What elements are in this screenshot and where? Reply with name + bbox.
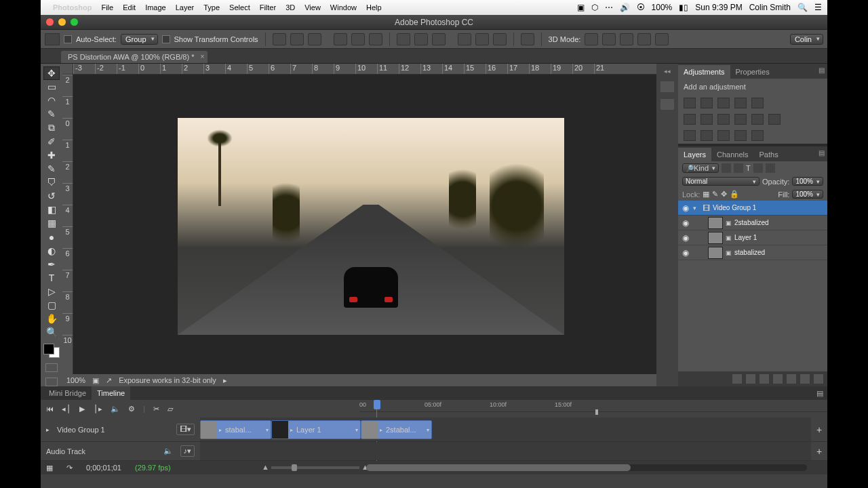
playhead[interactable]: [374, 400, 380, 409]
menu-type[interactable]: Type: [203, 3, 220, 12]
add-mask-icon[interactable]: [760, 374, 769, 384]
filter-type-icon[interactable]: T: [746, 164, 751, 172]
brightness-icon[interactable]: [684, 98, 696, 108]
clip[interactable]: ▸2stabal...▾: [361, 420, 432, 439]
autoselect-checkbox[interactable]: [64, 35, 72, 43]
battery-percent[interactable]: 100%: [652, 3, 673, 12]
distribute-3-icon[interactable]: [432, 33, 446, 45]
selective-icon[interactable]: [751, 130, 764, 141]
exposure-icon[interactable]: [734, 98, 747, 108]
zoom-tool[interactable]: 🔍: [43, 325, 60, 339]
vibrance-icon[interactable]: [751, 98, 764, 108]
document-tab[interactable]: PS Distortion AWA @ 100% (RGB/8) * ×: [61, 51, 208, 63]
visibility-icon[interactable]: ◉: [681, 203, 690, 213]
layer-fx-icon[interactable]: [746, 374, 755, 384]
new-adj-layer-icon[interactable]: [773, 374, 783, 384]
next-frame-icon[interactable]: ⎪▸: [93, 405, 102, 413]
menu-3d[interactable]: 3D: [285, 3, 295, 12]
clip[interactable]: ▸stabal...▾: [200, 420, 271, 439]
menu-image[interactable]: Image: [145, 3, 166, 12]
prev-frame-icon[interactable]: ◂⎪: [62, 405, 71, 413]
timeline-menu-icon[interactable]: ▤: [816, 389, 823, 398]
colorlookup-icon[interactable]: [768, 114, 781, 125]
gradient-tool[interactable]: ▦: [43, 216, 60, 230]
frame-convert-icon[interactable]: ▦: [46, 464, 53, 472]
transition-icon[interactable]: ▱: [167, 405, 173, 413]
transform-checkbox[interactable]: [162, 35, 170, 43]
tab-mini-bridge[interactable]: Mini Bridge: [43, 386, 92, 400]
pen-tool[interactable]: ✒: [43, 258, 60, 271]
minimize-button[interactable]: [58, 18, 66, 26]
align-left-icon[interactable]: [273, 33, 286, 45]
filter-kind[interactable]: 🔎Kind: [682, 163, 719, 173]
layer-row[interactable]: ◉ ▣ Layer 1: [678, 230, 827, 245]
filter-smart-icon[interactable]: [766, 163, 775, 173]
filter-adj-icon[interactable]: [734, 163, 743, 173]
align-center-v-icon[interactable]: [351, 33, 365, 45]
autoselect-dropdown[interactable]: Group: [121, 34, 158, 45]
dock-arrow-icon[interactable]: ◂◂: [664, 68, 671, 75]
quick-select-tool[interactable]: ✎: [43, 107, 60, 121]
spotlight-icon[interactable]: 🔍: [797, 3, 808, 12]
overflow-icon[interactable]: ⋯: [605, 3, 613, 12]
lock-image-icon[interactable]: ✎: [712, 190, 718, 199]
screen-record-icon[interactable]: ▣: [577, 3, 585, 12]
menu-filter[interactable]: Filter: [260, 3, 276, 12]
gradientmap-icon[interactable]: [734, 130, 747, 141]
eraser-tool[interactable]: ◧: [43, 203, 60, 216]
clone-stamp-tool[interactable]: ⛉: [43, 176, 60, 189]
mute-icon[interactable]: 🔈: [111, 405, 120, 413]
levels-icon[interactable]: [701, 98, 713, 108]
tab-layers[interactable]: Layers: [678, 148, 711, 161]
status-icon[interactable]: ▣: [92, 376, 99, 385]
lock-position-icon[interactable]: ✥: [721, 190, 727, 199]
render-icon[interactable]: ↷: [66, 464, 73, 472]
distribute-1-icon[interactable]: [397, 33, 410, 45]
channelmixer-icon[interactable]: [751, 114, 764, 125]
ruler-horizontal[interactable]: -3-2-10123456789101112131415161718192021: [73, 64, 656, 75]
visibility-icon[interactable]: ◉: [681, 233, 690, 243]
rectangle-tool[interactable]: ▢: [43, 298, 60, 312]
ruler-vertical[interactable]: 21012345678910: [62, 75, 73, 386]
timeline-scrollbar[interactable]: [366, 464, 807, 471]
history-panel-icon[interactable]: [660, 81, 674, 92]
user-name[interactable]: Colin Smith: [749, 3, 791, 12]
document-canvas[interactable]: [178, 118, 564, 335]
track-disclosure-icon[interactable]: ▸: [46, 426, 53, 433]
visibility-icon[interactable]: ◉: [681, 218, 690, 228]
menu-view[interactable]: View: [304, 3, 321, 12]
history-brush-tool[interactable]: ↺: [43, 189, 60, 203]
3d-orbit-icon[interactable]: [585, 33, 598, 45]
clip[interactable]: ▸Layer 1▾: [271, 420, 361, 439]
filter-pixel-icon[interactable]: [722, 163, 731, 173]
close-button[interactable]: [46, 18, 54, 26]
wifi-icon[interactable]: ⦿: [637, 3, 645, 12]
status-arrow-icon[interactable]: ↗: [106, 376, 112, 385]
hue-icon[interactable]: [684, 114, 696, 125]
zoom-button[interactable]: [71, 18, 78, 26]
opacity-value[interactable]: 100%: [792, 177, 823, 186]
lasso-tool[interactable]: ◠: [43, 94, 60, 107]
align-top-icon[interactable]: [334, 33, 347, 45]
blend-mode[interactable]: Normal: [682, 177, 760, 186]
add-media-icon[interactable]: +: [811, 418, 827, 441]
timeline-zoom-slider[interactable]: ▲▲: [271, 466, 359, 469]
work-area-end[interactable]: [595, 409, 598, 415]
3d-slide-icon[interactable]: [637, 33, 651, 45]
eyedropper-tool[interactable]: ✐: [43, 135, 60, 148]
distribute-4-icon[interactable]: [458, 33, 471, 45]
menu-select[interactable]: Select: [229, 3, 250, 12]
time-ruler[interactable]: 00 05:00f 10:00f 15:00f: [359, 400, 827, 412]
distribute-6-icon[interactable]: [493, 33, 507, 45]
brush-tool[interactable]: ✎: [43, 162, 60, 176]
go-start-icon[interactable]: ⏮: [46, 405, 54, 413]
menu-layer[interactable]: Layer: [176, 3, 195, 12]
fill-value[interactable]: 100%: [792, 190, 823, 199]
settings-icon[interactable]: ⚙: [128, 405, 135, 413]
lock-all-icon[interactable]: 🔒: [730, 190, 739, 199]
dodge-tool[interactable]: ◐: [43, 244, 60, 258]
layer-row[interactable]: ◉ ▣ 2stabalized: [678, 216, 827, 230]
delete-layer-icon[interactable]: [814, 374, 823, 384]
auto-align-icon[interactable]: [521, 33, 534, 45]
current-tool-icon[interactable]: [45, 33, 60, 45]
